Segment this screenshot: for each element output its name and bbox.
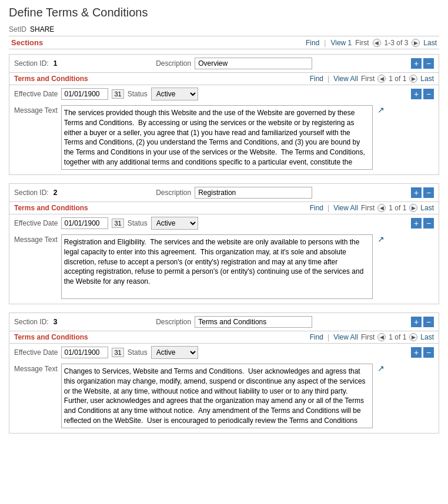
tc-nav-count-2: 1 of 1 bbox=[389, 204, 406, 212]
tc-find-link-2[interactable]: Find bbox=[310, 204, 323, 212]
msg-row-1: Message Text↗ bbox=[9, 103, 439, 174]
section-block-1: Section ID:1Description+−Terms and Condi… bbox=[9, 54, 439, 175]
sections-first-label: First bbox=[355, 39, 369, 47]
expand-icon-3[interactable]: ↗ bbox=[377, 364, 385, 373]
msg-label-1: Message Text bbox=[14, 105, 58, 115]
section-minus-btn-1[interactable]: − bbox=[423, 58, 434, 69]
section-desc-input-1[interactable] bbox=[195, 58, 312, 69]
tc-nav-count-1: 1 of 1 bbox=[389, 75, 406, 83]
msg-row-2: Message Text↗ bbox=[9, 232, 439, 304]
section-desc-label-1: Description bbox=[156, 59, 191, 68]
sections-nav: Find | View 1 First ◀ 1-3 of 3 ▶ Last bbox=[306, 39, 437, 47]
section-id-num-1: 1 bbox=[54, 59, 58, 68]
sections-next-arrow[interactable]: ▶ bbox=[412, 39, 420, 47]
section-plus-btn-2[interactable]: + bbox=[411, 187, 422, 198]
msg-textarea-2[interactable] bbox=[61, 234, 373, 299]
status-label-3: Status bbox=[128, 348, 148, 357]
section-top-row-2: Section ID:2Description+− bbox=[9, 184, 439, 201]
msg-label-3: Message Text bbox=[14, 364, 58, 373]
tc-viewall-link-2[interactable]: View All bbox=[333, 204, 358, 212]
eff-date-input-3[interactable] bbox=[61, 347, 108, 358]
tc-find-link-3[interactable]: Find bbox=[310, 333, 323, 341]
section-minus-btn-2[interactable]: − bbox=[423, 187, 434, 198]
section-plus-btn-1[interactable]: + bbox=[411, 58, 422, 69]
section-desc-input-2[interactable] bbox=[195, 187, 312, 199]
tc-first-label-3: First bbox=[361, 333, 375, 341]
tc-prev-arrow-3[interactable]: ◀ bbox=[377, 333, 386, 341]
section-id-num-3: 3 bbox=[54, 318, 58, 326]
page-title: Define Terms & Conditions bbox=[9, 6, 439, 19]
tc-plus-btn-3[interactable]: + bbox=[411, 347, 422, 358]
tc-bar-1: Terms and ConditionsFind|View AllFirst◀1… bbox=[9, 72, 439, 85]
status-label-1: Status bbox=[128, 90, 148, 98]
tc-title-2: Terms and Conditions bbox=[14, 204, 88, 212]
expand-icon-1[interactable]: ↗ bbox=[377, 105, 385, 115]
section-block-2: Section ID:2Description+−Terms and Condi… bbox=[9, 183, 439, 304]
tc-plus-btn-1[interactable]: + bbox=[411, 89, 422, 99]
status-label-2: Status bbox=[128, 219, 148, 227]
section-id-label-2: Section ID: bbox=[14, 189, 49, 197]
tc-plus-btn-2[interactable]: + bbox=[411, 218, 422, 229]
tc-minus-btn-3[interactable]: − bbox=[423, 347, 434, 358]
tc-bar-2: Terms and ConditionsFind|View AllFirst◀1… bbox=[9, 201, 439, 214]
tc-nav-count-3: 1 of 1 bbox=[389, 333, 406, 341]
section-id-label-3: Section ID: bbox=[14, 318, 49, 326]
status-select-2[interactable]: ActiveInactive bbox=[151, 217, 198, 230]
sections-container: Section ID:1Description+−Terms and Condi… bbox=[9, 54, 439, 434]
tc-bar-3: Terms and ConditionsFind|View AllFirst◀1… bbox=[9, 331, 439, 344]
section-top-row-1: Section ID:1Description+− bbox=[9, 55, 439, 72]
calendar-btn-3[interactable]: 31 bbox=[112, 348, 123, 357]
status-select-1[interactable]: ActiveInactive bbox=[151, 88, 198, 100]
tc-title-3: Terms and Conditions bbox=[14, 333, 88, 341]
tc-minus-btn-2[interactable]: − bbox=[423, 218, 434, 229]
setid-value: SHARE bbox=[30, 25, 54, 33]
tc-fields-row-2: Effective Date31StatusActiveInactive+− bbox=[9, 214, 439, 232]
sections-last-link[interactable]: Last bbox=[423, 39, 437, 47]
section-desc-input-3[interactable] bbox=[195, 316, 312, 328]
tc-last-link-2[interactable]: Last bbox=[420, 204, 434, 212]
tc-prev-arrow-2[interactable]: ◀ bbox=[377, 204, 386, 212]
msg-row-3: Message Text↗ bbox=[9, 361, 439, 433]
section-minus-btn-3[interactable]: − bbox=[423, 317, 434, 327]
tc-fields-row-3: Effective Date31StatusActiveInactive+− bbox=[9, 344, 439, 361]
sections-find-link[interactable]: Find bbox=[306, 39, 319, 47]
tc-find-link-1[interactable]: Find bbox=[310, 75, 323, 83]
status-select-3[interactable]: ActiveInactive bbox=[151, 346, 198, 359]
tc-viewall-link-1[interactable]: View All bbox=[333, 75, 358, 83]
tc-last-link-1[interactable]: Last bbox=[420, 75, 434, 83]
sections-bar: Sections Find | View 1 First ◀ 1-3 of 3 … bbox=[9, 36, 439, 49]
tc-first-label-2: First bbox=[361, 204, 375, 212]
calendar-btn-2[interactable]: 31 bbox=[112, 219, 123, 228]
tc-prev-arrow-1[interactable]: ◀ bbox=[377, 75, 386, 83]
section-top-row-3: Section ID:3Description+− bbox=[9, 313, 439, 331]
section-plus-btn-3[interactable]: + bbox=[411, 317, 422, 327]
section-desc-label-2: Description bbox=[156, 189, 191, 197]
sections-bar-title: Sections bbox=[11, 38, 43, 47]
sections-prev-arrow[interactable]: ◀ bbox=[373, 39, 381, 47]
eff-date-label-1: Effective Date bbox=[14, 90, 58, 98]
msg-label-2: Message Text bbox=[14, 234, 58, 244]
eff-date-label-2: Effective Date bbox=[14, 219, 58, 227]
msg-textarea-3[interactable] bbox=[61, 364, 373, 428]
eff-date-label-3: Effective Date bbox=[14, 348, 58, 357]
tc-next-arrow-2[interactable]: ▶ bbox=[409, 204, 417, 212]
tc-next-arrow-3[interactable]: ▶ bbox=[409, 333, 417, 341]
tc-next-arrow-1[interactable]: ▶ bbox=[409, 75, 417, 83]
section-desc-label-3: Description bbox=[156, 318, 191, 326]
tc-title-1: Terms and Conditions bbox=[14, 75, 88, 83]
setid-label: SetID bbox=[9, 25, 26, 33]
tc-first-label-1: First bbox=[361, 75, 375, 83]
sections-view1-link[interactable]: View 1 bbox=[330, 39, 352, 47]
eff-date-input-1[interactable] bbox=[61, 88, 108, 100]
tc-minus-btn-1[interactable]: − bbox=[423, 89, 434, 99]
msg-textarea-1[interactable] bbox=[61, 105, 373, 170]
section-id-num-2: 2 bbox=[54, 189, 58, 197]
calendar-btn-1[interactable]: 31 bbox=[112, 89, 123, 99]
tc-fields-row-1: Effective Date31StatusActiveInactive+− bbox=[9, 85, 439, 103]
sections-nav-count: 1-3 of 3 bbox=[385, 39, 409, 47]
section-id-label-1: Section ID: bbox=[14, 59, 49, 68]
eff-date-input-2[interactable] bbox=[61, 217, 108, 229]
tc-viewall-link-3[interactable]: View All bbox=[333, 333, 358, 341]
tc-last-link-3[interactable]: Last bbox=[420, 333, 434, 341]
expand-icon-2[interactable]: ↗ bbox=[377, 234, 385, 244]
